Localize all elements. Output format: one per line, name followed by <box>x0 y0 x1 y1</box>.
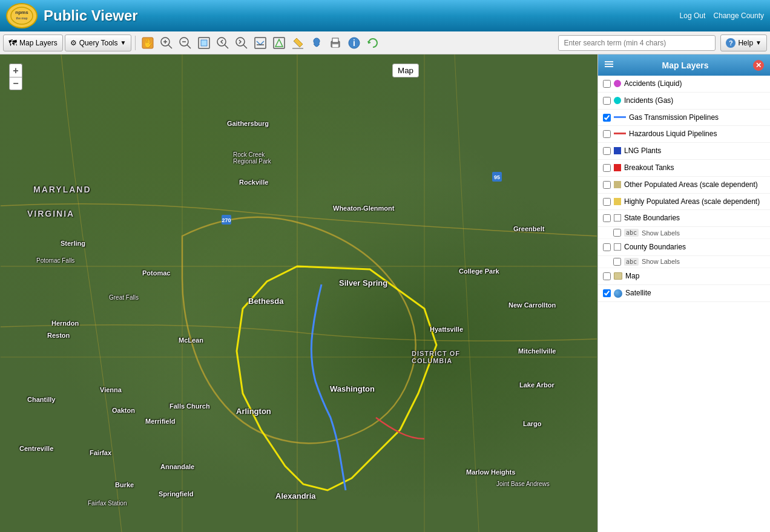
layer-state-boundaries-icon <box>614 214 621 222</box>
svg-text:✋: ✋ <box>143 38 154 48</box>
layer-other-populated-checkbox[interactable] <box>603 181 611 189</box>
state-labels-abc: abc <box>624 229 639 237</box>
zoom-in-button[interactable] <box>158 34 175 51</box>
svg-text:i: i <box>353 38 355 48</box>
help-button[interactable]: ? Help ▼ <box>720 34 767 51</box>
header-links: Log Out Change County <box>674 11 764 20</box>
svg-rect-40 <box>605 64 613 65</box>
svg-line-17 <box>243 45 247 48</box>
separator-1 <box>135 36 136 50</box>
query-select-button[interactable] <box>271 34 288 51</box>
zoom-previous-button[interactable] <box>214 34 231 51</box>
layer-county-boundaries-icon <box>614 243 621 251</box>
svg-rect-41 <box>605 66 613 67</box>
layer-county-labels: abc Show Labels <box>598 256 770 268</box>
zoom-next-button[interactable] <box>233 34 250 51</box>
svg-rect-13 <box>201 40 207 46</box>
layers-panel: Map Layers ✕ Accidents (Liquid) Incident… <box>597 54 770 532</box>
layer-liquid-pipelines-checkbox[interactable] <box>603 130 611 138</box>
layer-liquid-pipelines-label: Hazardous Liquid Pipelines <box>629 129 765 139</box>
layers-close-button[interactable]: ✕ <box>753 60 764 71</box>
dropdown-arrow-icon: ▼ <box>120 39 127 46</box>
layer-lng-plants: LNG Plants <box>598 143 770 160</box>
layer-other-populated: Other Populated Areas (scale dependent) <box>598 177 770 194</box>
identify-button[interactable] <box>252 34 269 51</box>
street-view-button[interactable] <box>308 34 325 51</box>
layer-county-labels-checkbox[interactable] <box>613 258 621 266</box>
layer-incidents-label: Incidents (Gas) <box>624 96 765 106</box>
clear-button[interactable] <box>289 34 306 51</box>
layer-incidents-checkbox[interactable] <box>603 97 611 105</box>
layer-gas-pipelines: Gas Transmission Pipelines <box>598 110 770 126</box>
info-button[interactable]: i <box>346 34 363 51</box>
layer-state-boundaries-checkbox[interactable] <box>603 214 611 222</box>
layer-liquid-pipelines: Hazardous Liquid Pipelines <box>598 126 770 143</box>
search-input[interactable] <box>558 35 716 51</box>
full-extent-button[interactable] <box>196 34 212 51</box>
svg-rect-25 <box>332 38 338 42</box>
layer-county-boundaries: County Boundaries <box>598 239 770 256</box>
svg-rect-26 <box>332 44 338 47</box>
layer-accidents: Accidents (Liquid) <box>598 76 770 93</box>
help-dropdown-icon: ▼ <box>755 39 762 46</box>
layer-satellite-checkbox[interactable] <box>603 289 611 297</box>
layer-incidents: Incidents (Gas) <box>598 93 770 110</box>
layer-other-populated-icon <box>614 181 621 188</box>
layers-panel-header: Map Layers ✕ <box>598 54 770 76</box>
main-area: 270 95 Washington Bethesda Silver Spring… <box>0 54 770 532</box>
layer-highly-populated-icon <box>614 198 621 205</box>
layer-liquid-pipelines-icon <box>614 133 626 134</box>
layer-lng-plants-label: LNG Plants <box>624 146 765 156</box>
layer-satellite: Satellite <box>598 285 770 302</box>
query-tools-button[interactable]: ⚙ Query Tools ▼ <box>65 34 132 51</box>
layer-accidents-icon <box>614 80 621 87</box>
header: npms the map Public Viewer Log Out Chang… <box>0 0 770 31</box>
layer-highly-populated: Highly Populated Areas (scale dependent) <box>598 194 770 211</box>
layer-map: Map <box>598 268 770 285</box>
layer-state-labels-checkbox[interactable] <box>613 229 621 237</box>
svg-text:npms: npms <box>15 10 28 15</box>
svg-line-10 <box>187 45 191 48</box>
svg-point-23 <box>314 38 320 44</box>
map-container[interactable]: 270 95 Washington Bethesda Silver Spring… <box>0 54 597 532</box>
refresh-button[interactable] <box>364 34 381 51</box>
layer-breakout-tanks-checkbox[interactable] <box>603 164 611 172</box>
layer-county-labels-label: Show Labels <box>642 258 680 265</box>
zoom-out-button[interactable] <box>177 34 194 51</box>
svg-rect-39 <box>605 61 613 62</box>
layer-gas-pipelines-icon <box>614 116 626 118</box>
layer-highly-populated-label: Highly Populated Areas (scale dependent) <box>624 197 765 207</box>
svg-rect-18 <box>255 38 266 48</box>
layers-icon: 🗺 <box>8 38 17 48</box>
layer-map-checkbox[interactable] <box>603 272 611 280</box>
zoom-out-map-button[interactable]: − <box>9 77 22 90</box>
layers-panel-title: Map Layers <box>662 61 708 70</box>
layer-incidents-icon <box>614 97 621 104</box>
layer-accidents-checkbox[interactable] <box>603 80 611 88</box>
map-layers-button[interactable]: 🗺 Map Layers <box>3 34 63 51</box>
help-icon: ? <box>726 38 735 48</box>
change-county-link[interactable]: Change County <box>714 11 764 20</box>
layer-gas-pipelines-label: Gas Transmission Pipelines <box>629 113 765 123</box>
zoom-in-map-button[interactable]: + <box>9 64 22 77</box>
svg-line-15 <box>225 45 228 48</box>
layer-breakout-tanks: Breakout Tanks <box>598 160 770 177</box>
layer-highly-populated-checkbox[interactable] <box>603 198 611 206</box>
svg-line-6 <box>168 45 172 48</box>
toolbar: 🗺 Map Layers ⚙ Query Tools ▼ ✋ <box>0 31 770 54</box>
layer-lng-plants-checkbox[interactable] <box>603 147 611 155</box>
layer-gas-pipelines-checkbox[interactable] <box>603 114 611 122</box>
layer-map-label: Map <box>625 271 765 281</box>
logo: npms the map <box>6 3 38 28</box>
pan-tool-button[interactable]: ✋ <box>139 34 156 51</box>
map-background <box>0 54 597 532</box>
print-button[interactable] <box>327 34 344 51</box>
map-type-map-button[interactable]: Map <box>393 64 418 77</box>
layer-satellite-icon <box>614 289 622 298</box>
layer-accidents-label: Accidents (Liquid) <box>624 79 765 89</box>
app-title: Public Viewer <box>44 7 674 24</box>
layers-panel-icon <box>604 59 614 71</box>
layer-county-boundaries-checkbox[interactable] <box>603 243 611 251</box>
logout-link[interactable]: Log Out <box>680 11 706 20</box>
svg-text:the map: the map <box>16 16 27 20</box>
